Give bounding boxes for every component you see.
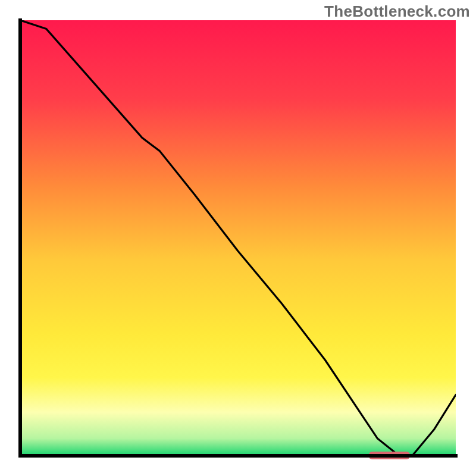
chart-svg bbox=[0, 0, 476, 476]
watermark-text: TheBottleneck.com bbox=[324, 2, 470, 21]
chart-stage: TheBottleneck.com bbox=[0, 0, 476, 476]
gradient-background bbox=[20, 20, 456, 456]
